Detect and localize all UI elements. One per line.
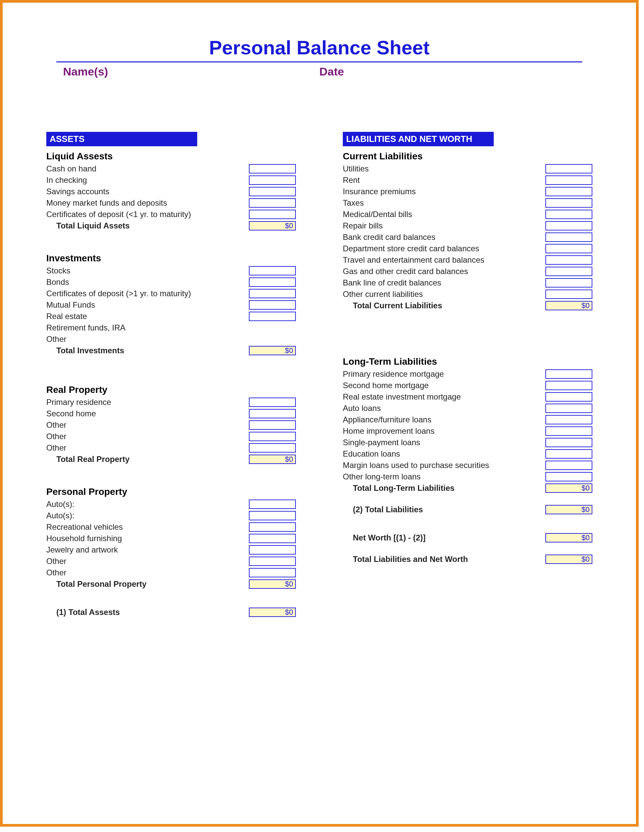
line-item: Single-payment loans	[343, 437, 592, 448]
value-cell[interactable]	[545, 176, 592, 185]
value-cell[interactable]	[249, 545, 296, 555]
line-item: Real estate	[46, 310, 296, 322]
value-cell[interactable]	[249, 210, 296, 219]
grand-total-value: $0	[545, 555, 592, 564]
value-cell[interactable]	[545, 255, 592, 265]
total-label: Total Investments	[46, 346, 249, 355]
value-cell[interactable]	[545, 403, 592, 413]
line-item: Auto loans	[343, 403, 592, 414]
page: Personal Balance Sheet Name(s) Date ASSE…	[0, 0, 639, 827]
value-cell[interactable]	[545, 392, 592, 402]
line-label: Real estate investment mortgage	[343, 392, 545, 402]
value-cell[interactable]	[545, 290, 592, 299]
columns: ASSETS Liquid Assests Cash on hand In ch…	[46, 132, 592, 618]
line-item: Medical/Dental bills	[343, 209, 592, 220]
total-row: Total Investments$0	[46, 345, 296, 356]
line-item: Other current liabilities	[343, 288, 592, 300]
total-liabilities-value: $0	[545, 505, 592, 514]
value-cell[interactable]	[545, 461, 592, 470]
value-cell[interactable]	[545, 278, 592, 288]
line-label: Auto(s):	[46, 511, 249, 520]
value-cell[interactable]	[249, 289, 296, 298]
value-cell[interactable]	[249, 266, 296, 275]
value-cell[interactable]	[545, 438, 592, 447]
line-label: Retirement funds, IRA	[46, 323, 296, 333]
value-cell[interactable]	[249, 312, 296, 321]
line-label: Single-payment loans	[343, 438, 545, 447]
line-item: Second home	[46, 408, 296, 419]
value-cell[interactable]	[545, 187, 592, 196]
total-value: $0	[249, 221, 296, 230]
value-cell[interactable]	[249, 164, 296, 173]
value-cell[interactable]	[249, 522, 296, 532]
line-item: Insurance premiums	[343, 186, 592, 197]
date-label: Date	[319, 65, 575, 78]
line-label: Real estate	[46, 312, 249, 321]
value-cell[interactable]	[545, 381, 592, 390]
line-item: Travel and entertainment card balances	[343, 254, 592, 266]
value-cell[interactable]	[545, 426, 592, 436]
value-cell[interactable]	[249, 511, 296, 520]
value-cell[interactable]	[545, 415, 592, 424]
line-item: Auto(s):	[46, 499, 296, 510]
line-item: Taxes	[343, 197, 592, 209]
line-item: Bonds	[46, 277, 296, 288]
value-cell[interactable]	[249, 420, 296, 430]
total-value: $0	[249, 454, 296, 464]
value-cell[interactable]	[249, 568, 296, 578]
line-label: Other	[46, 568, 249, 578]
line-item: Other	[46, 431, 296, 442]
value-cell[interactable]	[249, 443, 296, 453]
value-cell[interactable]	[249, 534, 296, 543]
value-cell[interactable]	[249, 198, 296, 208]
liabilities-banner: LIABILITIES AND NET WORTH	[343, 132, 494, 146]
value-cell[interactable]	[545, 472, 592, 482]
line-label: Travel and entertainment card balances	[343, 255, 545, 265]
value-cell[interactable]	[249, 277, 296, 287]
value-cell[interactable]	[545, 449, 592, 459]
line-item: Real estate investment mortgage	[343, 391, 592, 403]
line-item: Other	[46, 442, 296, 454]
line-label: Second home mortgage	[343, 381, 545, 390]
line-item: Mutual Funds	[46, 299, 296, 310]
value-cell[interactable]	[545, 244, 592, 253]
line-item: Other long-term loans	[343, 471, 592, 482]
line-label: Gas and other credit card balances	[343, 267, 545, 276]
value-cell[interactable]	[545, 221, 592, 230]
line-item: Appliance/furniture loans	[343, 414, 592, 426]
line-item: Household furnishing	[46, 533, 296, 544]
value-cell[interactable]	[249, 187, 296, 196]
value-cell[interactable]	[545, 267, 592, 276]
line-item: Bank credit card balances	[343, 232, 592, 243]
grand-total-label: (1) Total Assests	[46, 608, 249, 617]
net-worth-value: $0	[545, 533, 592, 542]
value-cell[interactable]	[545, 164, 592, 173]
value-cell[interactable]	[545, 198, 592, 208]
line-label: Other	[46, 443, 249, 453]
grand-total-assets: (1) Total Assests$0	[46, 606, 296, 618]
line-item: Repair bills	[343, 220, 592, 232]
value-cell[interactable]	[545, 370, 592, 379]
line-label: Utilities	[343, 164, 545, 173]
line-item: Department store credit card balances	[343, 243, 592, 254]
grand-total-liab-networth: Total Liabilities and Net Worth$0	[343, 554, 592, 565]
value-cell[interactable]	[249, 176, 296, 185]
value-cell[interactable]	[249, 432, 296, 441]
value-cell[interactable]	[249, 557, 296, 566]
value-cell[interactable]	[545, 232, 592, 242]
value-cell[interactable]	[249, 499, 296, 509]
total-liabilities-label: (2) Total Liabilities	[343, 505, 545, 514]
total-row: Total Current Liabilities$0	[343, 300, 592, 311]
value-cell[interactable]	[249, 409, 296, 418]
total-label: Total Long-Term Liabilities	[343, 483, 545, 493]
value-cell[interactable]	[545, 210, 592, 219]
value-cell[interactable]	[249, 300, 296, 310]
total-row: Total Liquid Assets$0	[46, 220, 296, 232]
line-item: Primary residence	[46, 397, 296, 408]
total-row: Total Real Property$0	[46, 454, 296, 465]
document-title: Personal Balance Sheet	[43, 36, 596, 59]
line-label: Household furnishing	[46, 534, 249, 543]
assets-banner: ASSETS	[46, 132, 197, 146]
value-cell[interactable]	[249, 398, 296, 407]
current-liabilities-heading: Current Liabilities	[343, 151, 592, 162]
